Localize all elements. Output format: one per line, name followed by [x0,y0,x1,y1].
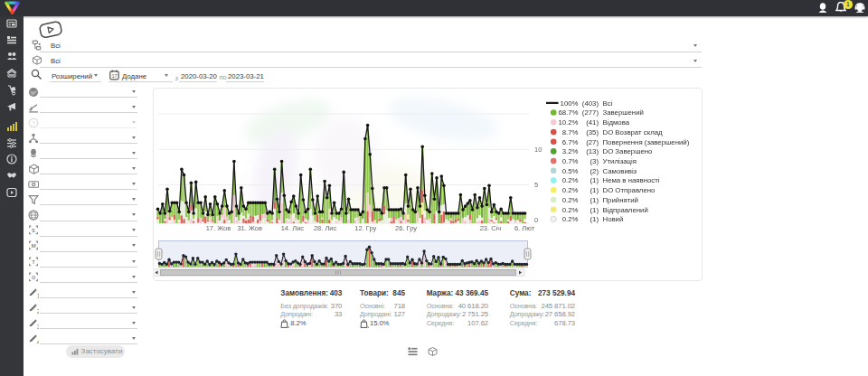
svg-text:(13): (13) [586,147,599,155]
svg-text:(277): (277) [582,108,599,117]
svg-text:17. Жов: 17. Жов [206,224,231,232]
svg-text:(35): (35) [586,128,599,136]
svg-text:14. Лис: 14. Лис [281,224,305,232]
svg-text:6.7%: 6.7% [562,138,579,146]
svg-text:(1): (1) [590,215,599,223]
svg-text:Утилізація: Утилізація [603,157,637,165]
svg-text:Прийнятий: Прийнятий [603,196,638,204]
svg-text:(27): (27) [586,138,599,146]
svg-text:Самовивіз: Самовивіз [603,167,637,175]
svg-text:Відправлений: Відправлений [603,206,648,214]
svg-text:(1): (1) [590,186,599,194]
svg-text:12. Гру: 12. Гру [354,224,376,232]
svg-text:(403): (403) [582,99,599,108]
svg-text:0.2%: 0.2% [562,196,579,204]
svg-text:DO Возврат склад: DO Возврат склад [603,128,664,136]
svg-text:0.5%: 0.5% [562,167,579,175]
svg-text:0.2%: 0.2% [562,215,579,223]
svg-text:Завершений: Завершений [603,108,644,117]
svg-text:10.2%: 10.2% [558,118,578,127]
svg-text:68.7%: 68.7% [558,108,578,117]
svg-text:0.2%: 0.2% [562,176,579,184]
svg-text:(2): (2) [590,167,599,175]
svg-text:Новий: Новий [603,215,624,223]
svg-text:Повернення (завершений): Повернення (завершений) [603,138,690,146]
svg-text:Всі: Всі [603,99,613,108]
svg-text:DO Отправлено: DO Отправлено [603,186,656,194]
svg-text:Відмова: Відмова [603,118,630,127]
svg-text:3.2%: 3.2% [562,147,579,155]
svg-text:(41): (41) [586,118,599,127]
svg-text:6. Лют: 6. Лют [514,224,535,232]
svg-text:0.2%: 0.2% [562,206,579,214]
svg-text:0.7%: 0.7% [562,157,579,165]
svg-text:10: 10 [534,146,542,154]
svg-text:100%: 100% [561,99,579,108]
svg-text:(1): (1) [590,176,599,184]
svg-text:23. Січ: 23. Січ [480,224,502,232]
svg-text:31. Жов: 31. Жов [237,224,262,232]
svg-text:Нема в наявності: Нема в наявності [603,176,660,184]
svg-text:26. Гру: 26. Гру [395,224,417,232]
svg-text:x: x [367,325,369,328]
svg-text:(1): (1) [590,206,599,214]
svg-text:5: 5 [534,181,538,189]
svg-text:(1): (1) [590,196,599,204]
svg-text:8.7%: 8.7% [562,128,579,136]
svg-text:DO Завершено: DO Завершено [603,147,654,155]
svg-text:x: x [288,325,289,328]
svg-text:0: 0 [534,216,538,224]
svg-text:28. Лис: 28. Лис [314,224,337,232]
svg-text:0.2%: 0.2% [562,186,579,194]
svg-text:(3): (3) [590,157,599,165]
